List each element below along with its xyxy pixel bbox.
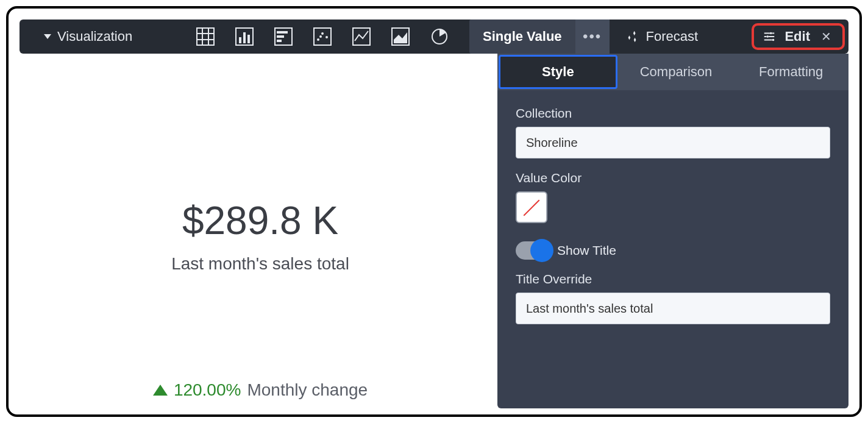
svg-rect-10 bbox=[277, 31, 288, 34]
line-chart-icon[interactable] bbox=[352, 27, 371, 46]
show-title-toggle[interactable] bbox=[516, 241, 551, 260]
viz-type-icons bbox=[190, 27, 449, 46]
edit-button-group: Edit ✕ bbox=[752, 23, 845, 50]
comparison-pct: 120.00% bbox=[174, 380, 241, 400]
svg-point-24 bbox=[772, 39, 775, 41]
show-title-row: Show Title bbox=[516, 241, 830, 260]
ellipsis-icon: ••• bbox=[583, 28, 602, 45]
collection-label: Collection bbox=[516, 106, 830, 121]
forecast-button[interactable]: Forecast bbox=[610, 20, 714, 54]
area-chart-icon[interactable] bbox=[391, 27, 410, 46]
bar-chart-icon[interactable] bbox=[274, 27, 293, 46]
triangle-up-icon bbox=[153, 385, 168, 396]
svg-rect-6 bbox=[239, 37, 241, 43]
show-title-label: Show Title bbox=[557, 243, 616, 258]
comparison-row: 120.00% Monthly change bbox=[153, 380, 368, 400]
title-override-group: Title Override bbox=[516, 272, 830, 324]
panel-body: Collection Value Color Show Title Title … bbox=[497, 90, 848, 340]
more-viz-button[interactable]: ••• bbox=[575, 20, 610, 54]
title-override-input[interactable] bbox=[516, 293, 830, 324]
close-icon[interactable]: ✕ bbox=[819, 29, 834, 44]
tune-icon[interactable] bbox=[763, 30, 776, 43]
sparkle-icon bbox=[625, 30, 639, 43]
forecast-label: Forecast bbox=[646, 29, 699, 44]
visualization-toolbar: Visualization bbox=[20, 20, 848, 54]
tab-formatting[interactable]: Formatting bbox=[733, 54, 848, 90]
svg-rect-13 bbox=[314, 28, 331, 45]
single-value: $289.8 K bbox=[182, 198, 338, 243]
tab-comparison[interactable]: Comparison bbox=[619, 54, 734, 90]
svg-rect-0 bbox=[197, 28, 214, 45]
panel-tabs: Style Comparison Formatting bbox=[497, 54, 848, 90]
collection-group: Collection bbox=[516, 106, 830, 158]
active-viz-label: Single Value bbox=[483, 29, 562, 44]
svg-rect-7 bbox=[243, 32, 246, 43]
value-color-group: Value Color bbox=[516, 171, 830, 223]
value-color-swatch[interactable] bbox=[516, 191, 547, 223]
edit-panel: Style Comparison Formatting Collection V… bbox=[497, 54, 848, 408]
visualization-dropdown[interactable]: Visualization bbox=[20, 29, 190, 44]
comparison-label: Monthly change bbox=[247, 380, 368, 400]
svg-rect-11 bbox=[277, 35, 284, 38]
svg-rect-12 bbox=[277, 40, 282, 42]
column-chart-icon[interactable] bbox=[235, 27, 254, 46]
svg-point-16 bbox=[326, 36, 328, 38]
pie-chart-icon[interactable] bbox=[430, 27, 449, 46]
svg-point-22 bbox=[770, 32, 772, 35]
scatter-chart-icon[interactable] bbox=[313, 27, 332, 46]
visualization-label: Visualization bbox=[57, 29, 132, 44]
caret-down-icon bbox=[44, 34, 51, 39]
svg-rect-8 bbox=[247, 35, 250, 43]
title-override-label: Title Override bbox=[516, 272, 830, 286]
value-color-label: Value Color bbox=[516, 171, 830, 185]
svg-point-14 bbox=[317, 38, 319, 41]
tab-style[interactable]: Style bbox=[499, 55, 617, 89]
app-frame: Visualization bbox=[6, 6, 862, 417]
svg-marker-20 bbox=[394, 32, 407, 43]
svg-point-17 bbox=[319, 35, 322, 38]
single-value-title: Last month's sales total bbox=[171, 254, 349, 274]
collection-input[interactable] bbox=[516, 127, 830, 158]
svg-point-23 bbox=[767, 35, 769, 38]
edit-label[interactable]: Edit bbox=[784, 29, 810, 44]
svg-point-15 bbox=[321, 32, 324, 35]
active-viz-button[interactable]: Single Value bbox=[469, 20, 575, 54]
visualization-canvas: $289.8 K Last month's sales total 120.00… bbox=[20, 63, 501, 408]
table-icon[interactable] bbox=[196, 27, 215, 46]
